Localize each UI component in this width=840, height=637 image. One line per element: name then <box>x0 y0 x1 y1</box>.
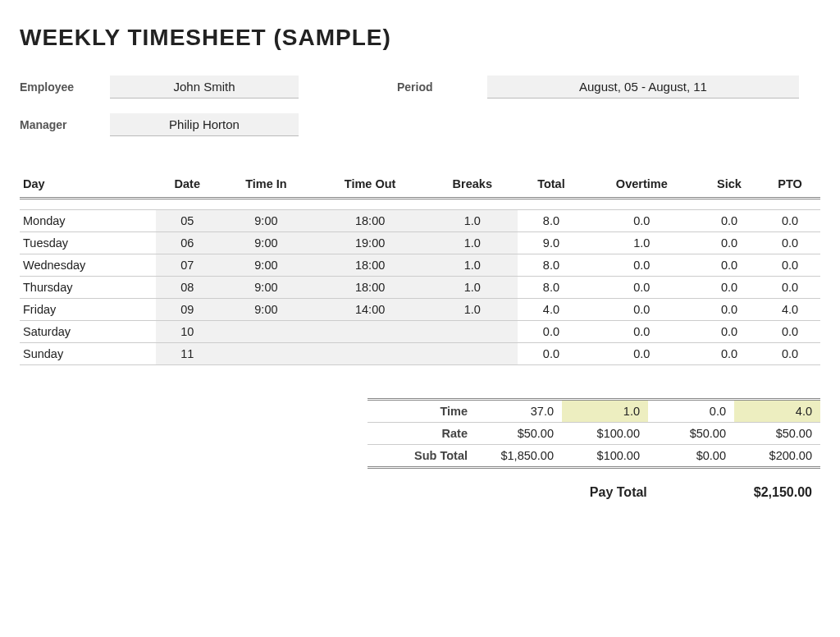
col-time-in: Time In <box>219 172 313 199</box>
cell-date[interactable]: 05 <box>156 210 219 232</box>
cell-breaks[interactable] <box>427 321 518 343</box>
summary-time-ot: 1.0 <box>562 400 648 423</box>
cell-overtime: 0.0 <box>585 343 699 365</box>
cell-breaks[interactable]: 1.0 <box>427 277 518 299</box>
cell-breaks[interactable]: 1.0 <box>427 232 518 254</box>
employee-value[interactable]: John Smith <box>110 76 299 99</box>
cell-overtime: 0.0 <box>585 299 699 321</box>
cell-day: Friday <box>20 299 156 321</box>
cell-total: 0.0 <box>518 321 585 343</box>
period-label: Period <box>397 80 487 94</box>
cell-overtime: 1.0 <box>585 232 699 254</box>
cell-overtime: 0.0 <box>585 321 699 343</box>
summary-rate-pto: $50.00 <box>734 423 820 445</box>
cell-pto: 0.0 <box>760 277 820 299</box>
cell-time-out[interactable]: 14:00 <box>313 299 427 321</box>
cell-date[interactable]: 09 <box>156 299 219 321</box>
table-row: Tuesday069:0019:001.09.01.00.00.0 <box>20 232 820 254</box>
summary-sub-total: $1,850.00 <box>476 445 562 468</box>
col-total: Total <box>518 172 585 199</box>
table-row: Sunday110.00.00.00.0 <box>20 343 820 365</box>
summary-sub-sick: $0.00 <box>648 445 734 468</box>
cell-total: 4.0 <box>518 299 585 321</box>
cell-date[interactable]: 11 <box>156 343 219 365</box>
cell-total: 9.0 <box>518 232 585 254</box>
cell-time-in[interactable]: 9:00 <box>219 254 313 277</box>
cell-pto: 0.0 <box>760 254 820 277</box>
cell-total: 8.0 <box>518 254 585 277</box>
cell-total: 8.0 <box>518 210 585 232</box>
cell-date[interactable]: 08 <box>156 277 219 299</box>
summary-block: Time 37.0 1.0 0.0 4.0 Rate $50.00 $100.0… <box>368 398 820 500</box>
cell-pto: 4.0 <box>760 299 820 321</box>
table-row: Saturday100.00.00.00.0 <box>20 321 820 343</box>
cell-sick: 0.0 <box>699 321 760 343</box>
cell-day: Sunday <box>20 343 156 365</box>
cell-date[interactable]: 10 <box>156 321 219 343</box>
col-day: Day <box>20 172 156 199</box>
cell-time-out[interactable]: 18:00 <box>313 277 427 299</box>
table-row: Thursday089:0018:001.08.00.00.00.0 <box>20 277 820 299</box>
cell-day: Tuesday <box>20 232 156 254</box>
cell-time-in[interactable]: 9:00 <box>219 277 313 299</box>
cell-breaks[interactable] <box>427 343 518 365</box>
cell-day: Wednesday <box>20 254 156 277</box>
cell-time-out[interactable]: 18:00 <box>313 210 427 232</box>
timesheet-table: Day Date Time In Time Out Breaks Total O… <box>20 172 820 365</box>
col-date: Date <box>156 172 219 199</box>
cell-overtime: 0.0 <box>585 210 699 232</box>
pay-total-label: Pay Total <box>590 485 647 500</box>
summary-time-sick: 0.0 <box>648 400 734 423</box>
col-sick: Sick <box>699 172 760 199</box>
cell-date[interactable]: 06 <box>156 232 219 254</box>
cell-sick: 0.0 <box>699 210 760 232</box>
cell-time-in[interactable] <box>219 343 313 365</box>
cell-date[interactable]: 07 <box>156 254 219 277</box>
manager-label: Manager <box>20 118 110 131</box>
cell-overtime: 0.0 <box>585 254 699 277</box>
table-row: Wednesday079:0018:001.08.00.00.00.0 <box>20 254 820 277</box>
cell-time-in[interactable]: 9:00 <box>219 210 313 232</box>
cell-sick: 0.0 <box>699 299 760 321</box>
manager-value[interactable]: Philip Horton <box>110 113 299 136</box>
cell-pto: 0.0 <box>760 343 820 365</box>
cell-time-in[interactable]: 9:00 <box>219 232 313 254</box>
summary-rate-ot: $100.00 <box>562 423 648 445</box>
cell-time-out[interactable] <box>313 321 427 343</box>
cell-pto: 0.0 <box>760 210 820 232</box>
cell-pto: 0.0 <box>760 232 820 254</box>
table-row: Monday059:0018:001.08.00.00.00.0 <box>20 210 820 232</box>
cell-sick: 0.0 <box>699 343 760 365</box>
cell-sick: 0.0 <box>699 232 760 254</box>
summary-time-pto: 4.0 <box>734 400 820 423</box>
table-row: Friday099:0014:001.04.00.00.04.0 <box>20 299 820 321</box>
cell-day: Saturday <box>20 321 156 343</box>
cell-total: 0.0 <box>518 343 585 365</box>
cell-time-in[interactable]: 9:00 <box>219 299 313 321</box>
meta-block: Employee John Smith Period August, 05 - … <box>20 76 820 136</box>
cell-day: Thursday <box>20 277 156 299</box>
summary-rate-total: $50.00 <box>476 423 562 445</box>
col-overtime: Overtime <box>585 172 699 199</box>
summary-time-label: Time <box>368 400 476 423</box>
summary-sub-label: Sub Total <box>368 445 476 468</box>
cell-breaks[interactable]: 1.0 <box>427 210 518 232</box>
col-breaks: Breaks <box>427 172 518 199</box>
cell-time-out[interactable]: 18:00 <box>313 254 427 277</box>
cell-time-out[interactable] <box>313 343 427 365</box>
cell-pto: 0.0 <box>760 321 820 343</box>
cell-total: 8.0 <box>518 277 585 299</box>
summary-rate-sick: $50.00 <box>648 423 734 445</box>
cell-breaks[interactable]: 1.0 <box>427 254 518 277</box>
cell-breaks[interactable]: 1.0 <box>427 299 518 321</box>
col-pto: PTO <box>760 172 820 199</box>
summary-sub-pto: $200.00 <box>734 445 820 468</box>
period-value[interactable]: August, 05 - August, 11 <box>487 76 799 99</box>
cell-time-out[interactable]: 19:00 <box>313 232 427 254</box>
cell-sick: 0.0 <box>699 254 760 277</box>
employee-label: Employee <box>20 80 110 94</box>
cell-overtime: 0.0 <box>585 277 699 299</box>
cell-time-in[interactable] <box>219 321 313 343</box>
pay-total-value: $2,150.00 <box>754 485 812 500</box>
col-time-out: Time Out <box>313 172 427 199</box>
